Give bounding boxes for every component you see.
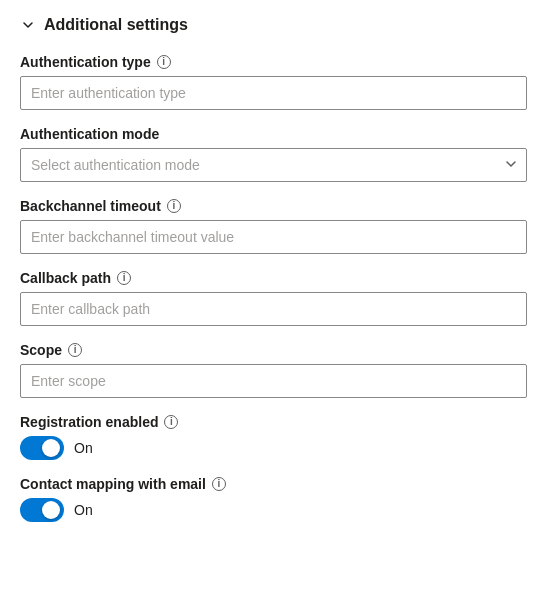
scope-input[interactable] bbox=[20, 364, 527, 398]
toggle-track bbox=[20, 436, 64, 460]
authentication-mode-select-wrapper: Select authentication mode bbox=[20, 148, 527, 182]
authentication-mode-label: Authentication mode bbox=[20, 126, 527, 142]
backchannel-timeout-input[interactable] bbox=[20, 220, 527, 254]
registration-enabled-toggle[interactable] bbox=[20, 436, 64, 460]
registration-enabled-state: On bbox=[74, 440, 93, 456]
contact-mapping-toggle-row: On bbox=[20, 498, 527, 522]
scope-info-icon[interactable]: i bbox=[68, 343, 82, 357]
contact-mapping-group: Contact mapping with email i On bbox=[20, 476, 527, 522]
contact-mapping-info-icon[interactable]: i bbox=[212, 477, 226, 491]
toggle-thumb-2 bbox=[42, 501, 60, 519]
authentication-type-label: Authentication type i bbox=[20, 54, 527, 70]
authentication-mode-group: Authentication mode Select authenticatio… bbox=[20, 126, 527, 182]
registration-enabled-label: Registration enabled i bbox=[20, 414, 527, 430]
section-header: Additional settings bbox=[20, 16, 527, 34]
scope-label: Scope i bbox=[20, 342, 527, 358]
callback-path-label: Callback path i bbox=[20, 270, 527, 286]
callback-path-input[interactable] bbox=[20, 292, 527, 326]
callback-path-info-icon[interactable]: i bbox=[117, 271, 131, 285]
authentication-type-group: Authentication type i bbox=[20, 54, 527, 110]
backchannel-timeout-group: Backchannel timeout i bbox=[20, 198, 527, 254]
contact-mapping-toggle[interactable] bbox=[20, 498, 64, 522]
section-title: Additional settings bbox=[44, 16, 188, 34]
authentication-mode-select[interactable]: Select authentication mode bbox=[20, 148, 527, 182]
authentication-type-info-icon[interactable]: i bbox=[157, 55, 171, 69]
toggle-track-2 bbox=[20, 498, 64, 522]
registration-enabled-info-icon[interactable]: i bbox=[164, 415, 178, 429]
backchannel-timeout-info-icon[interactable]: i bbox=[167, 199, 181, 213]
toggle-thumb bbox=[42, 439, 60, 457]
callback-path-group: Callback path i bbox=[20, 270, 527, 326]
backchannel-timeout-label: Backchannel timeout i bbox=[20, 198, 527, 214]
scope-group: Scope i bbox=[20, 342, 527, 398]
contact-mapping-label: Contact mapping with email i bbox=[20, 476, 527, 492]
authentication-type-input[interactable] bbox=[20, 76, 527, 110]
contact-mapping-state: On bbox=[74, 502, 93, 518]
registration-enabled-toggle-row: On bbox=[20, 436, 527, 460]
chevron-down-icon[interactable] bbox=[20, 17, 36, 33]
registration-enabled-group: Registration enabled i On bbox=[20, 414, 527, 460]
